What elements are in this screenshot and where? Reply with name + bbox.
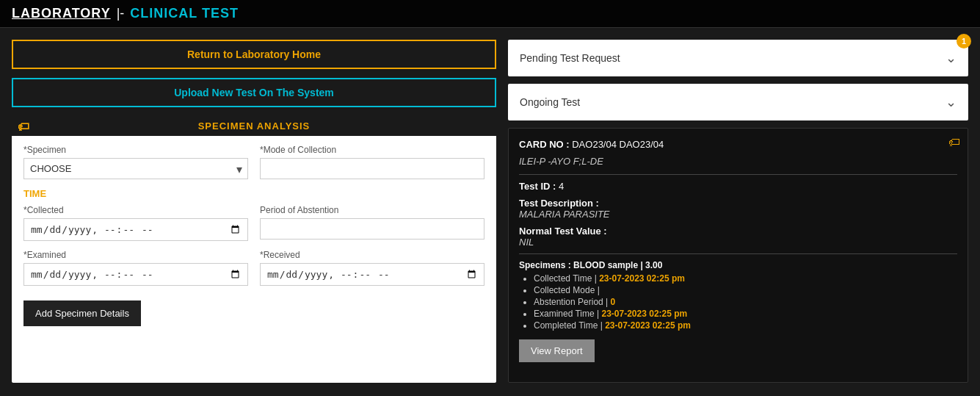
bullet3-label: Abstention Period | <box>534 297 611 307</box>
time-section-title: TIME <box>23 188 484 199</box>
specimen-group: *Specimen CHOOSE Blood Urine Stool ▾ <box>23 145 248 179</box>
specimen-select[interactable]: CHOOSE Blood Urine Stool <box>23 158 248 179</box>
main-content: Return to Laboratory Home Upload New Tes… <box>0 28 980 395</box>
specimens-list: Collected Time | 23-07-2023 02:25 pm Col… <box>519 273 957 331</box>
received-group: *Received <box>260 250 484 286</box>
received-label: *Received <box>260 250 484 260</box>
bullet3-value: 0 <box>611 297 616 307</box>
normal-value: NIL <box>519 237 534 248</box>
pending-test-dropdown[interactable]: Pending Test Request ⌄ 1 <box>508 40 968 76</box>
header: LABORATORY |- CLINICAL TEST <box>0 0 980 28</box>
collected-period-row: *Collected Period of Abstention <box>23 205 484 241</box>
collected-label: *Collected <box>23 205 248 215</box>
header-separator: |- <box>117 6 125 21</box>
list-item: Completed Time | 23-07-2023 02:25 pm <box>534 320 957 331</box>
test-id-row: Test ID : 4 <box>519 181 957 192</box>
specimens-value: BLOOD sample | 3.00 <box>573 260 662 270</box>
bullet2-label: Collected Mode | <box>534 285 600 295</box>
examined-group: *Examined <box>23 250 248 286</box>
return-home-button[interactable]: Return to Laboratory Home <box>12 40 496 69</box>
test-desc-label: Test Description : <box>519 198 599 209</box>
mode-collection-label: *Mode of Collection <box>260 145 484 155</box>
add-specimen-button[interactable]: Add Specimen Details <box>23 300 141 326</box>
specimen-mode-row: *Specimen CHOOSE Blood Urine Stool ▾ <box>23 145 484 179</box>
list-item: Collected Time | 23-07-2023 02:25 pm <box>534 273 957 284</box>
specimens-header: Specimens : BLOOD sample | 3.00 <box>519 260 957 270</box>
card-divider-2 <box>519 253 957 254</box>
bullet5-value: 23-07-2023 02:25 pm <box>605 320 691 331</box>
specimen-label: *Specimen <box>23 145 248 155</box>
normal-label: Normal Test Value : <box>519 226 607 237</box>
tag-icon: 🏷 <box>18 120 30 134</box>
specimen-analysis-title: SPECIMEN ANALYSIS <box>198 120 311 132</box>
card-no-row: CARD NO : DAO23/04 DAO23/04 <box>519 139 957 150</box>
lab-title: LABORATORY <box>12 6 111 21</box>
specimen-card-header: 🏷 SPECIMEN ANALYSIS <box>12 116 496 136</box>
ongoing-test-dropdown[interactable]: Ongoing Test ⌄ <box>508 84 968 120</box>
left-panel: Return to Laboratory Home Upload New Tes… <box>12 40 496 383</box>
mode-collection-group: *Mode of Collection <box>260 145 484 179</box>
card-no-label: CARD NO : <box>519 139 570 150</box>
card-divider-1 <box>519 174 957 175</box>
examined-label: *Examined <box>23 250 248 260</box>
collected-input[interactable] <box>23 218 248 241</box>
specimen-select-wrapper: CHOOSE Blood Urine Stool ▾ <box>23 158 248 179</box>
patient-name: ILEI-P -AYO F;L-DE <box>519 156 957 167</box>
test-id-value: 4 <box>559 181 564 192</box>
specimen-info-section: Specimens : BLOOD sample | 3.00 Collecte… <box>519 260 957 331</box>
specimen-analysis-card: 🏷 SPECIMEN ANALYSIS *Specimen CHOOSE Blo… <box>12 116 496 383</box>
received-input[interactable] <box>260 263 484 286</box>
specimen-card-body: *Specimen CHOOSE Blood Urine Stool ▾ <box>12 136 496 335</box>
right-panel: Pending Test Request ⌄ 1 Ongoing Test ⌄ … <box>508 40 968 383</box>
card-no-value-display: DAO23/04 <box>620 139 664 150</box>
test-desc-row: Test Description : MALARIA PARASITE <box>519 198 957 220</box>
bullet4-label: Examined Time | <box>534 309 601 319</box>
bullet4-value: 23-07-2023 02:25 pm <box>601 309 687 319</box>
bullet5-label: Completed Time | <box>534 320 605 331</box>
list-item: Examined Time | 23-07-2023 02:25 pm <box>534 309 957 319</box>
examined-input[interactable] <box>23 263 248 286</box>
normal-value-row: Normal Test Value : NIL <box>519 226 957 248</box>
examined-received-row: *Examined *Received <box>23 250 484 286</box>
ongoing-test-label: Ongoing Test <box>520 96 580 108</box>
card-no-value: DAO23/04 <box>572 139 617 150</box>
period-label: Period of Abstention <box>260 205 484 215</box>
test-desc-value: MALARIA PARASITE <box>519 209 610 220</box>
period-group: Period of Abstention <box>260 205 484 241</box>
list-item: Collected Mode | <box>534 285 957 295</box>
pending-test-label: Pending Test Request <box>520 52 620 64</box>
upload-test-button[interactable]: Upload New Test On The System <box>12 78 496 107</box>
bullet1-value: 23-07-2023 02:25 pm <box>599 273 685 284</box>
chevron-down-icon-ongoing: ⌄ <box>945 94 957 110</box>
mode-collection-input[interactable] <box>260 158 484 179</box>
chevron-down-icon-pending: ⌄ <box>945 50 957 66</box>
patient-info-card: 🏷 CARD NO : DAO23/04 DAO23/04 ILEI-P -AY… <box>508 128 968 383</box>
collected-group: *Collected <box>23 205 248 241</box>
clinical-title: CLINICAL TEST <box>130 6 239 21</box>
view-report-button[interactable]: View Report <box>519 339 595 362</box>
period-input[interactable] <box>260 218 484 240</box>
test-id-label: Test ID : <box>519 181 559 192</box>
bullet1-label: Collected Time | <box>534 273 599 284</box>
list-item: Abstention Period | 0 <box>534 297 957 307</box>
patient-tag-icon: 🏷 <box>948 136 960 149</box>
pending-badge: 1 <box>957 34 971 48</box>
specimens-label: Specimens : <box>519 260 573 270</box>
